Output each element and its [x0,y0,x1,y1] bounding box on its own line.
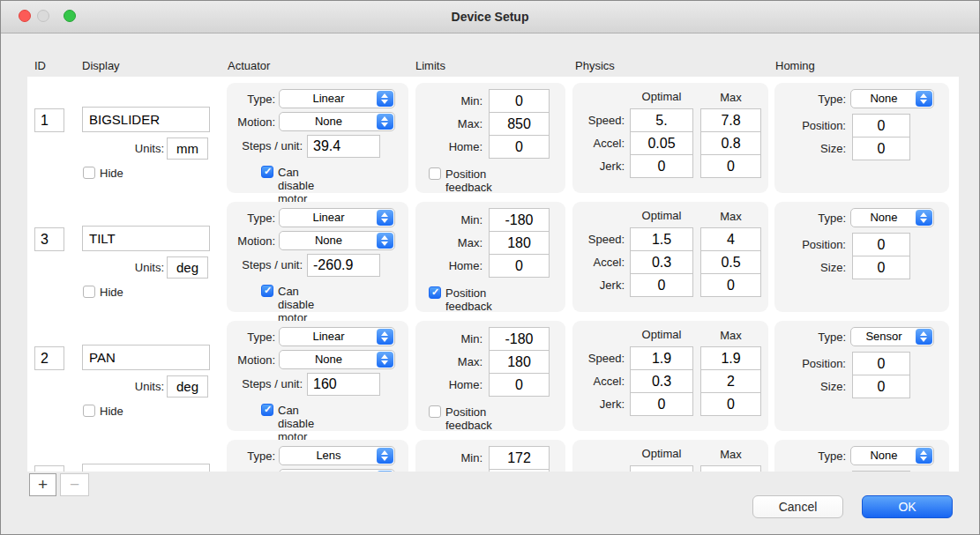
home-field[interactable]: 0 [489,135,550,159]
hide-checkbox[interactable] [83,286,95,298]
device-id-field[interactable]: 3 [34,227,64,251]
max-field[interactable]: 850 [489,112,550,136]
speed-optimal-field[interactable] [630,465,693,472]
accel-optimal-field[interactable]: 0.3 [630,369,693,393]
homing-position-field[interactable]: 0 [852,233,910,256]
max-field[interactable] [489,469,550,472]
device-list-scroll-area[interactable]: 1 BIGSLIDER Units: mm Hide Type: Linear … [27,77,959,472]
hide-label: Hide [100,405,123,418]
device-id-field[interactable]: 2 [34,346,64,370]
remove-device-button[interactable]: − [60,473,89,496]
units-field[interactable]: deg [167,256,208,279]
motion-select[interactable]: None [279,350,395,369]
max-field[interactable]: 180 [489,231,550,255]
units-field[interactable]: mm [167,137,208,160]
homing-type-select[interactable]: None [850,89,934,108]
accel-optimal-field[interactable]: 0.3 [630,250,693,274]
actuator-type-select[interactable]: Linear [279,208,395,227]
jerk-optimal-field[interactable]: 0 [630,273,693,297]
homing-size-field[interactable]: 0 [852,137,910,160]
accel-max-field[interactable]: 0.5 [700,250,761,274]
hide-checkbox[interactable] [83,167,95,179]
jerk-optimal-field[interactable]: 0 [630,154,693,178]
motion-select[interactable]: None [279,112,395,131]
jerk-optimal-field[interactable]: 0 [630,392,693,416]
size-label: Size: [774,142,846,155]
home-field[interactable]: 0 [489,373,550,397]
motion-select[interactable] [279,469,395,472]
can-disable-motor-checkbox[interactable] [261,404,273,416]
popup-arrows-icon [377,210,393,226]
min-field[interactable]: -180 [489,208,550,232]
speed-max-field[interactable]: 4 [700,227,761,251]
steps-per-unit-field[interactable]: -260.9 [307,254,380,277]
accel-max-field[interactable]: 2 [700,369,761,393]
homing-size-field[interactable]: 0 [852,375,910,398]
type-label: Type: [227,212,275,225]
title-bar[interactable]: Device Setup [1,1,979,33]
homing-position-field[interactable]: 0 [852,114,910,137]
homing-group: Type: None Position: Size: 0 0 [774,83,949,193]
speed-optimal-field[interactable]: 1.9 [630,346,693,370]
units-label: Units: [82,261,164,274]
speed-max-field[interactable] [700,465,761,472]
max-field[interactable]: 180 [489,350,550,374]
steps-per-unit-label: Steps / unit: [227,139,303,152]
position-feedback-checkbox[interactable] [429,405,441,418]
column-header-physics: Physics [575,59,615,72]
popup-arrows-icon [377,233,393,249]
ok-button[interactable]: OK [862,495,953,518]
position-feedback-checkbox[interactable] [429,286,441,299]
can-disable-motor-checkbox[interactable] [261,285,273,297]
selected-value: Lens [281,447,376,464]
column-header-actuator: Actuator [228,59,270,72]
max-label: Max: [415,117,483,130]
device-name-field[interactable]: PAN [82,345,210,370]
actuator-type-select[interactable]: Lens [279,446,395,465]
jerk-max-field[interactable]: 0 [700,154,761,178]
units-field[interactable]: deg [167,375,208,398]
max-header: Max [700,91,761,104]
steps-per-unit-field[interactable]: 39.4 [307,135,380,158]
homing-position-field[interactable]: 0 [852,352,910,375]
motion-select[interactable]: None [279,231,395,250]
can-disable-motor-checkbox[interactable] [261,166,273,178]
device-name-field[interactable]: BIGSLIDER [82,107,210,132]
actuator-group: Type: Linear Motion: None Steps / unit: … [227,321,408,431]
speed-max-field[interactable]: 1.9 [700,346,761,370]
accel-optimal-field[interactable]: 0.05 [630,131,693,155]
homing-type-select[interactable]: None [850,208,934,227]
popup-arrows-icon [377,352,393,368]
homing-type-select[interactable]: None [850,446,934,465]
device-id-field[interactable] [34,465,64,472]
homing-size-field[interactable]: 0 [852,256,910,279]
actuator-type-select[interactable]: Linear [279,89,395,108]
homing-type-select[interactable]: Sensor [850,327,934,346]
speed-max-field[interactable]: 7.8 [700,108,761,132]
home-field[interactable]: 0 [489,254,550,278]
min-field[interactable]: 0 [489,89,550,113]
device-id-field[interactable]: 1 [34,108,64,132]
position-label: Position: [774,119,846,132]
homing-position-field[interactable] [852,471,910,472]
selected-value: Linear [281,328,376,346]
device-name-field[interactable]: TILT [82,226,210,251]
actuator-type-select[interactable]: Linear [279,327,395,346]
add-device-button[interactable]: + [29,473,56,496]
speed-optimal-field[interactable]: 1.5 [630,227,693,251]
position-feedback-checkbox[interactable] [429,167,441,180]
speed-optimal-field[interactable]: 5. [630,108,693,132]
hide-checkbox[interactable] [83,405,95,417]
jerk-max-field[interactable]: 0 [700,392,761,416]
accel-label: Accel: [572,375,625,388]
min-field[interactable]: -180 [489,327,550,351]
type-label: Type: [227,331,275,344]
jerk-max-field[interactable]: 0 [700,273,761,297]
cancel-button[interactable]: Cancel [752,495,843,518]
device-name-field[interactable] [82,464,210,472]
type-label: Type: [774,331,846,344]
steps-per-unit-field[interactable]: 160 [307,373,380,396]
min-field[interactable]: 172 [489,446,550,470]
max-header: Max [700,210,761,223]
accel-max-field[interactable]: 0.8 [700,131,761,155]
